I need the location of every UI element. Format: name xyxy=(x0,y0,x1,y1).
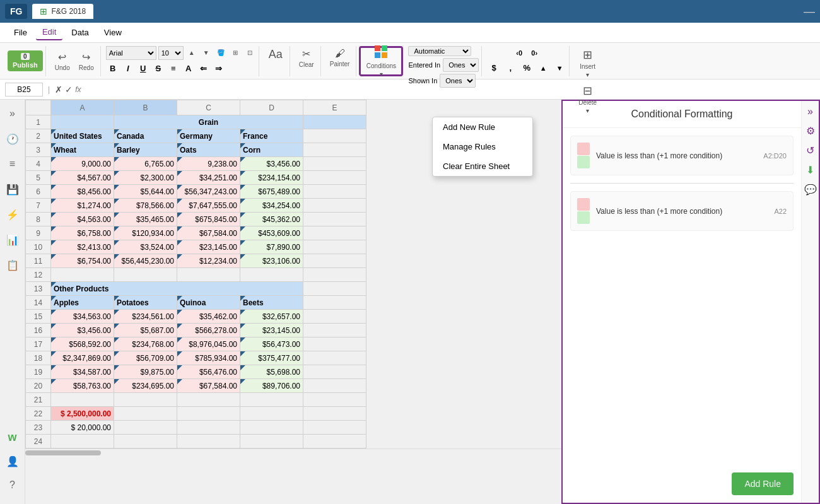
cell-e6[interactable] xyxy=(303,185,366,199)
comma-right-button[interactable]: 0› xyxy=(527,46,541,60)
redo-button[interactable]: ↪ Redo xyxy=(75,49,98,73)
cell-c5[interactable]: $34,251.00 xyxy=(177,171,240,185)
cell-reference-input[interactable] xyxy=(5,83,43,97)
cell-e2[interactable] xyxy=(303,129,366,143)
cell-b12[interactable] xyxy=(114,268,177,282)
comma-left-button[interactable]: ‹0 xyxy=(512,46,526,60)
cell-b2[interactable]: Canada xyxy=(114,129,177,143)
sidebar-collapse-button[interactable]: » xyxy=(4,105,21,122)
italic-button[interactable]: I xyxy=(121,62,135,76)
cell-b15[interactable]: $234,561.00 xyxy=(114,310,177,324)
menu-data[interactable]: Data xyxy=(65,25,95,40)
strikethrough-button[interactable]: S xyxy=(151,62,165,76)
cell-b3[interactable]: Barley xyxy=(114,143,177,157)
conditions-button[interactable]: Conditions▾ xyxy=(362,43,400,79)
cell-a12[interactable] xyxy=(51,268,114,282)
cell-d8[interactable]: $45,362.00 xyxy=(240,213,303,226)
cell-e1[interactable] xyxy=(303,115,366,129)
cell-a2[interactable]: United States xyxy=(51,129,114,143)
cell-e17[interactable] xyxy=(303,337,366,351)
decimal-up-button[interactable]: ▲ xyxy=(536,61,550,75)
cell-e12[interactable] xyxy=(303,268,366,282)
cell-d9[interactable]: $453,609.00 xyxy=(240,226,303,240)
cross-icon[interactable]: ✗ xyxy=(55,85,62,95)
cell-a15[interactable]: $34,563.00 xyxy=(51,310,114,324)
indent-increase-button[interactable]: ⇒ xyxy=(212,62,226,76)
add-rule-button[interactable]: Add Rule xyxy=(732,472,794,495)
cell-d4[interactable]: $3,456.00 xyxy=(240,157,303,171)
cell-b11[interactable]: $56,445,230.00 xyxy=(114,254,177,268)
decimal-down-button[interactable]: ▼ xyxy=(553,61,566,75)
bold-button[interactable]: B xyxy=(106,62,120,76)
cell-d15[interactable]: $32,657.00 xyxy=(240,310,303,324)
sidebar-user-icon[interactable]: 👤 xyxy=(4,452,21,470)
insert-button[interactable]: ⊞ Insert▾ xyxy=(576,46,599,80)
cell-d22[interactable] xyxy=(240,407,303,421)
underline-button[interactable]: U xyxy=(136,62,150,76)
cell-b14[interactable]: Potatoes xyxy=(114,296,177,310)
cell-d16[interactable]: $23,145.00 xyxy=(240,324,303,337)
cell-e7[interactable] xyxy=(303,199,366,213)
cell-a9[interactable]: $6,758.00 xyxy=(51,226,114,240)
cell-b20[interactable]: $234,695.00 xyxy=(114,379,177,393)
cell-b18[interactable]: $56,709.00 xyxy=(114,351,177,365)
cell-b19[interactable]: $9,875.00 xyxy=(114,365,177,379)
cell-d11[interactable]: $23,106.00 xyxy=(240,254,303,268)
cell-a16[interactable]: $3,456.00 xyxy=(51,324,114,337)
cell-e24[interactable] xyxy=(303,435,366,448)
cell-b17[interactable]: $234,768.00 xyxy=(114,337,177,351)
horizontal-scrollbar[interactable] xyxy=(25,448,561,456)
shown-in-select[interactable]: Ones xyxy=(440,74,476,88)
cell-d10[interactable]: $7,890.00 xyxy=(240,240,303,254)
cell-a11[interactable]: $6,754.00 xyxy=(51,254,114,268)
manage-rules-item[interactable]: Manage Rules xyxy=(433,137,532,156)
cell-a18[interactable]: $2,347,869.00 xyxy=(51,351,114,365)
cell-e20[interactable] xyxy=(303,379,366,393)
cell-d14[interactable]: Beets xyxy=(240,296,303,310)
cell-c21[interactable] xyxy=(177,393,240,407)
cell-b9[interactable]: $120,934.00 xyxy=(114,226,177,240)
sidebar-help-icon[interactable]: ? xyxy=(4,476,21,494)
cell-c7[interactable]: $7,647,555.00 xyxy=(177,199,240,213)
add-new-rule-item[interactable]: Add New Rule xyxy=(433,117,532,137)
cell-b16[interactable]: $5,687.00 xyxy=(114,324,177,337)
cell-e5[interactable] xyxy=(303,171,366,185)
cell-e11[interactable] xyxy=(303,254,366,268)
cell-e3[interactable] xyxy=(303,143,366,157)
font-size-select[interactable]: 10 xyxy=(158,46,184,60)
cell-c16[interactable]: $566,278.00 xyxy=(177,324,240,337)
cell-c8[interactable]: $675,845.00 xyxy=(177,213,240,226)
cell-d23[interactable] xyxy=(240,421,303,435)
cf-rule-1[interactable]: Value is less than (+1 more condition) A… xyxy=(570,136,794,175)
sidebar-save-icon[interactable]: 💾 xyxy=(4,180,21,198)
cell-d7[interactable]: $34,254.00 xyxy=(240,199,303,213)
workbook-tab[interactable]: ⊞ F&G 2018 xyxy=(32,4,93,19)
delete-button[interactable]: ⊟ Delete▾ xyxy=(575,82,600,116)
cell-a14[interactable]: Apples xyxy=(51,296,114,310)
cell-b10[interactable]: $3,524.00 xyxy=(114,240,177,254)
cell-a20[interactable]: $58,763.00 xyxy=(51,379,114,393)
cell-b21[interactable] xyxy=(114,393,177,407)
cell-a4[interactable]: 9,000.00 xyxy=(51,157,114,171)
sidebar-layers-icon[interactable]: ≡ xyxy=(4,155,21,173)
cell-b22[interactable] xyxy=(114,407,177,421)
cell-e22[interactable] xyxy=(303,407,366,421)
cell-d12[interactable] xyxy=(240,268,303,282)
cell-c10[interactable]: $23,145.00 xyxy=(177,240,240,254)
cell-e15[interactable] xyxy=(303,310,366,324)
cell-b4[interactable]: 6,765.00 xyxy=(114,157,177,171)
cell-e23[interactable] xyxy=(303,421,366,435)
col-header-d[interactable]: D xyxy=(240,100,303,115)
cell-d17[interactable]: $56,473.00 xyxy=(240,337,303,351)
clear-entire-sheet-item[interactable]: Clear Entire Sheet xyxy=(433,156,532,176)
cell-d6[interactable]: $675,489.00 xyxy=(240,185,303,199)
cell-d5[interactable]: $234,154.00 xyxy=(240,171,303,185)
paint-bucket-button[interactable]: 🪣 xyxy=(214,48,227,57)
cell-e8[interactable] xyxy=(303,213,366,226)
cell-c11[interactable]: $12,234.00 xyxy=(177,254,240,268)
panel-download-icon[interactable]: ⬇ xyxy=(806,164,814,176)
cell-b8[interactable]: $35,465.00 xyxy=(114,213,177,226)
cell-e10[interactable] xyxy=(303,240,366,254)
cell-c12[interactable] xyxy=(177,268,240,282)
cell-a7[interactable]: $1,274.00 xyxy=(51,199,114,213)
